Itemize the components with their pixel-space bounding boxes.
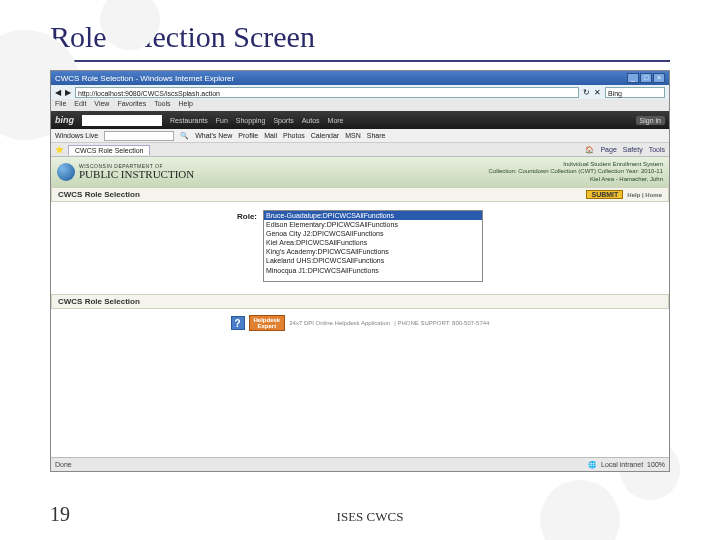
title-underline — [50, 60, 670, 62]
section-title-repeat: CWCS Role Selection — [58, 297, 140, 306]
role-option[interactable]: King's Academy:DPICWCSAllFunctions — [264, 247, 482, 256]
dpi-header: WISCONSIN DEPARTMENT OF PUBLIC INSTRUCTI… — [51, 157, 669, 187]
question-icon: ? — [231, 316, 245, 330]
role-option[interactable]: Lakeland UHS:DPICWCSAllFunctions — [264, 256, 482, 265]
role-selection-area: Role: Bruce-Guadalupe:DPICWCSAllFunction… — [51, 202, 669, 294]
windows-live-toolbar: Windows Live 🔍 What's New Profile Mail P… — [51, 129, 669, 143]
menu-edit[interactable]: Edit — [74, 100, 86, 110]
ie-tab-row: ⭐ CWCS Role Selection 🏠 Page Safety Tool… — [51, 143, 669, 157]
user-context: Kiel Area - Hamacher, John — [489, 176, 663, 183]
helpdesk-expert-button[interactable]: Helpdesk Expert — [249, 315, 286, 331]
home-icon[interactable]: 🏠 — [585, 146, 594, 154]
role-option[interactable]: Genoa City J2:DPICWCSAllFunctions — [264, 229, 482, 238]
wlive-item[interactable]: Mail — [264, 132, 277, 139]
bing-toolbar: bing Restaurants Fun Shopping Sports Aut… — [51, 111, 669, 129]
wlive-item[interactable]: Photos — [283, 132, 305, 139]
minimize-button[interactable]: _ — [627, 73, 639, 83]
role-option[interactable]: Minocqua J1:DPICWCSAllFunctions — [264, 266, 482, 275]
nav-forward-icon[interactable]: ▶ — [65, 88, 71, 97]
section-title: CWCS Role Selection — [58, 190, 140, 199]
footer-label: ISES CWCS — [337, 509, 404, 525]
bing-item[interactable]: Sports — [273, 117, 293, 124]
window-controls: _ □ × — [627, 73, 665, 83]
ie-status-bar: Done 🌐 Local intranet 100% — [51, 457, 669, 471]
menu-file[interactable]: File — [55, 100, 66, 110]
slide-footer: 19 ISES CWCS — [50, 503, 670, 526]
page-number: 19 — [50, 503, 70, 526]
helpdesk-row: ? Helpdesk Expert 24x7 DPI Online Helpde… — [51, 309, 669, 337]
wlive-item[interactable]: Calendar — [311, 132, 339, 139]
wlive-item[interactable]: Profile — [238, 132, 258, 139]
wlive-search-input[interactable] — [104, 131, 174, 141]
menu-favorites[interactable]: Favorites — [117, 100, 146, 110]
bing-item[interactable]: More — [328, 117, 344, 124]
collection-info: Collection: Countdown Collection (CWT) C… — [489, 168, 663, 175]
menu-view[interactable]: View — [94, 100, 109, 110]
wlive-item[interactable]: MSN — [345, 132, 361, 139]
url-input[interactable]: http://localhost:9080/CWCS/iscsSplash.ac… — [75, 87, 579, 98]
role-option[interactable]: Bruce-Guadalupe:DPICWCSAllFunctions — [264, 211, 482, 220]
ie-menu-bar: File Edit View Favorites Tools Help — [51, 99, 669, 111]
wlive-item[interactable]: What's New — [195, 132, 232, 139]
browser-tab[interactable]: CWCS Role Selection — [68, 145, 150, 155]
stop-icon[interactable]: ✕ — [594, 88, 601, 97]
helpdesk-phone: | PHONE SUPPORT: 800-507-5744 — [394, 320, 489, 326]
tabtool-safety[interactable]: Safety — [623, 146, 643, 154]
window-title-text: CWCS Role Selection - Windows Internet E… — [55, 74, 234, 83]
zoom-level[interactable]: 100% — [647, 461, 665, 468]
close-button[interactable]: × — [653, 73, 665, 83]
signin-button[interactable]: Sign in — [636, 116, 665, 125]
status-done: Done — [55, 461, 72, 468]
refresh-icon[interactable]: ↻ — [583, 88, 590, 97]
wlive-search-icon[interactable]: 🔍 — [180, 132, 189, 140]
menu-help[interactable]: Help — [179, 100, 193, 110]
role-label: Role: — [237, 210, 257, 282]
security-zone: Local intranet — [601, 461, 643, 468]
ie-title-bar: CWCS Role Selection - Windows Internet E… — [51, 71, 669, 85]
help-home-link[interactable]: Help | Home — [627, 192, 662, 198]
bing-item[interactable]: Restaurants — [170, 117, 208, 124]
bing-item[interactable]: Shopping — [236, 117, 266, 124]
bing-item[interactable]: Autos — [302, 117, 320, 124]
favorites-icon[interactable]: ⭐ — [55, 146, 64, 154]
system-title: Individual Student Enrollment System — [489, 161, 663, 168]
section-footer: CWCS Role Selection — [51, 294, 669, 309]
helpdesk-link[interactable]: 24x7 DPI Online Helpdesk Application — [289, 320, 390, 326]
menu-tools[interactable]: Tools — [154, 100, 170, 110]
dpi-dept-big: PUBLIC INSTRUCTION — [79, 169, 194, 180]
wlive-brand: Windows Live — [55, 132, 98, 139]
globe-icon: 🌐 — [588, 461, 597, 469]
wlive-item[interactable]: Share — [367, 132, 386, 139]
bing-item[interactable]: Fun — [216, 117, 228, 124]
role-option[interactable]: Kiel Area:DPICWCSAllFunctions — [264, 238, 482, 247]
ie-address-bar: ◀ ▶ http://localhost:9080/CWCS/iscsSplas… — [51, 85, 669, 99]
ie-window: CWCS Role Selection - Windows Internet E… — [50, 70, 670, 472]
tabtool-tools[interactable]: Tools — [649, 146, 665, 154]
ie-search-input[interactable]: Bing — [605, 87, 665, 98]
bing-search-input[interactable] — [82, 115, 162, 126]
role-listbox[interactable]: Bruce-Guadalupe:DPICWCSAllFunctions Edis… — [263, 210, 483, 282]
dpi-logo-icon — [57, 163, 75, 181]
nav-back-icon[interactable]: ◀ — [55, 88, 61, 97]
section-header: CWCS Role Selection SUBMIT Help | Home — [51, 187, 669, 202]
content-whitespace — [51, 337, 669, 457]
tabtool-page[interactable]: Page — [600, 146, 616, 154]
bing-logo: bing — [55, 115, 74, 125]
submit-button[interactable]: SUBMIT — [586, 190, 623, 199]
role-option[interactable]: Edison Elementary:DPICWCSAllFunctions — [264, 220, 482, 229]
maximize-button[interactable]: □ — [640, 73, 652, 83]
